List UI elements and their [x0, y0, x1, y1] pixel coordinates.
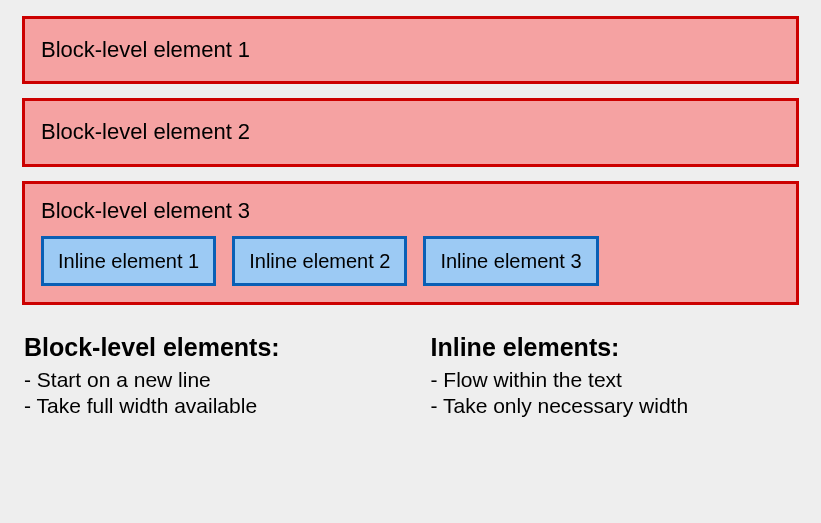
block-label: Block-level element 3	[41, 198, 780, 224]
block-note-line: - Start on a new line	[24, 368, 391, 392]
block-element-1: Block-level element 1	[22, 16, 799, 84]
inline-note-line: - Flow within the text	[431, 368, 798, 392]
inline-row: Inline element 1 Inline element 2 Inline…	[41, 236, 780, 286]
inline-element-3: Inline element 3	[423, 236, 598, 286]
block-note-line: - Take full width available	[24, 394, 391, 418]
inline-notes-column: Inline elements: - Flow within the text …	[431, 325, 798, 420]
block-notes-column: Block-level elements: - Start on a new l…	[24, 325, 391, 420]
block-element-3: Block-level element 3 Inline element 1 I…	[22, 181, 799, 305]
inline-note-line: - Take only necessary width	[431, 394, 798, 418]
block-label: Block-level element 1	[41, 37, 250, 62]
inline-element-1: Inline element 1	[41, 236, 216, 286]
inline-notes-heading: Inline elements:	[431, 333, 798, 362]
block-notes-heading: Block-level elements:	[24, 333, 391, 362]
inline-element-2: Inline element 2	[232, 236, 407, 286]
block-label: Block-level element 2	[41, 119, 250, 144]
block-element-2: Block-level element 2	[22, 98, 799, 166]
notes-section: Block-level elements: - Start on a new l…	[22, 319, 799, 420]
